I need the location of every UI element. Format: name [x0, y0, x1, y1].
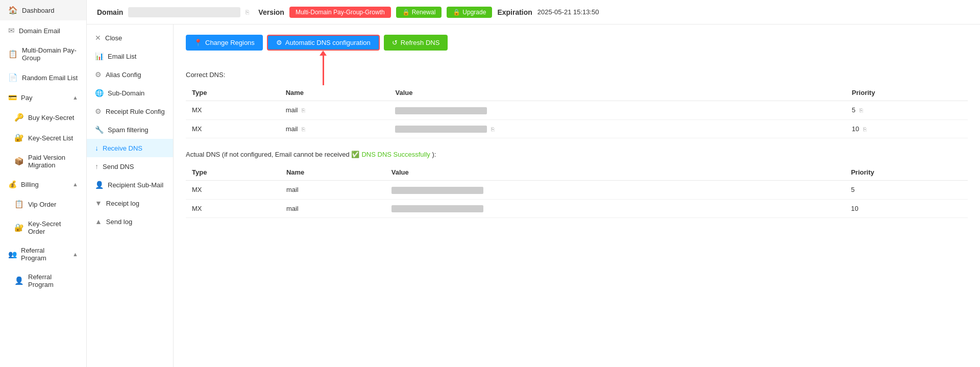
sidebar-item-label: Multi-Domain Pay-Group [22, 46, 78, 62]
sidebar-section-billing[interactable]: 💰 Billing ▲ [0, 175, 86, 194]
correct-dns-title: Correct DNS: [186, 71, 968, 79]
sidebar-section-referral[interactable]: 👥 Referral Program ▲ [0, 241, 86, 267]
sub-nav-email-list[interactable]: 📊 Email List [87, 47, 173, 65]
multi-domain-icon: 📋 [8, 50, 18, 59]
correct-dns-section: Correct DNS: Type Name Value Priority MX [186, 71, 968, 138]
sub-nav-label: Alias Config [106, 71, 141, 79]
domain-label: Domain [97, 8, 123, 16]
sub-nav-recipient-sub-mail[interactable]: 👤 Recipient Sub-Mail [87, 176, 173, 194]
chart-icon: 📊 [95, 52, 104, 60]
pay-chevron-icon: ▲ [72, 94, 78, 101]
key-list-icon: 🔐 [14, 133, 24, 142]
sub-nav-send-dns[interactable]: ↑ Send DNS [87, 157, 173, 176]
sub-nav-label: Close [105, 34, 122, 42]
row-value: ⎘ [389, 119, 845, 138]
renewal-label: Renewal [412, 9, 436, 16]
sidebar-item-paid-version-migration[interactable]: 📦 Paid Version Migration [0, 148, 86, 175]
row-priority: 5 ⎘ [846, 101, 968, 120]
sub-nav-label: Receive DNS [103, 144, 142, 152]
blurred-value [391, 205, 483, 212]
copy-priority-icon[interactable]: ⎘ [860, 107, 863, 113]
upgrade-button[interactable]: 🔒 Upgrade [447, 7, 492, 18]
sidebar-item-vip-order[interactable]: 📋 Vip Order [0, 194, 86, 214]
renewal-button[interactable]: 🔒 Renewal [396, 7, 442, 18]
sidebar-item-label: Dashboard [22, 7, 55, 14]
copy-name-icon[interactable]: ⎘ [302, 107, 305, 113]
table-row: MX mail 5 [186, 181, 968, 200]
row-type: MX [186, 181, 280, 200]
sidebar-item-key-secret-list[interactable]: 🔐 Key-Secret List [0, 128, 86, 148]
red-arrow-annotation [320, 51, 327, 85]
sub-nav-label: Email List [108, 53, 136, 60]
blurred-value [391, 187, 483, 194]
row-priority: 10 ⎘ [846, 119, 968, 138]
copy-value-icon[interactable]: ⎘ [491, 126, 495, 132]
sub-nav-label: Recipient Sub-Mail [108, 181, 163, 189]
email-icon: ✉ [8, 26, 15, 35]
copy-domain-icon[interactable]: ⎘ [246, 9, 249, 16]
row-type: MX [186, 119, 280, 138]
sub-nav-spam-filtering[interactable]: 🔧 Spam filtering [87, 120, 173, 139]
refresh-dns-label: Refresh DNS [401, 39, 440, 46]
send-dns-icon: ↑ [95, 162, 99, 170]
correct-dns-table: Type Name Value Priority MX mail ⎘ 5 ⎘ [186, 85, 968, 138]
sidebar-item-key-secret-order[interactable]: 🔐 Key-Secret Order [0, 214, 86, 241]
sub-nav-close[interactable]: ✕ Close [87, 29, 173, 47]
sub-nav-label: Receipt log [106, 200, 139, 207]
actual-dns-title-suffix: ): [432, 151, 436, 158]
sidebar-item-random-email[interactable]: 📄 Random Email List [0, 67, 86, 88]
sidebar-item-label: Vip Order [28, 201, 56, 208]
sidebar-item-label: Referral Program [28, 273, 78, 288]
sidebar-item-multi-domain[interactable]: 📋 Multi-Domain Pay-Group [0, 41, 86, 67]
domain-value [128, 7, 240, 17]
sub-nav-label: Spam filtering [108, 126, 148, 134]
col-name-header: Name [280, 85, 389, 101]
sidebar-item-dashboard[interactable]: 🏠 Dashboard [0, 0, 86, 20]
sub-nav-sub-domain[interactable]: 🌐 Sub-Domain [87, 84, 173, 102]
sidebar-item-label: Key-Secret List [28, 134, 73, 142]
actual-dns-title: Actual DNS (if not configured, Email can… [186, 151, 968, 158]
refresh-dns-button[interactable]: ↺ Refresh DNS [384, 35, 448, 51]
recipient-icon: 👤 [95, 181, 104, 189]
lock-icon: 🔒 [402, 9, 410, 16]
key-order-icon: 🔐 [14, 223, 24, 232]
dashboard-icon: 🏠 [8, 6, 18, 15]
blurred-value [395, 126, 487, 133]
sidebar-item-buy-key-secret[interactable]: 🔑 Buy Key-Secret [0, 107, 86, 128]
migration-icon: 📦 [14, 157, 24, 166]
actual-dns-title-text: Actual DNS (if not configured, Email can… [186, 151, 350, 158]
sidebar-section-label: Referral Program [21, 247, 68, 262]
change-regions-label: Change Regions [205, 39, 255, 46]
checkmark-icon: ✅ [351, 151, 359, 158]
sidebar-item-domain-email[interactable]: ✉ Domain Email [0, 20, 86, 41]
upgrade-label: Upgrade [462, 9, 486, 16]
col-type-header: Type [186, 85, 280, 101]
version-button[interactable]: Multi-Domain Pay-Group-Growth [289, 7, 391, 18]
expiration-value: 2025-05-21 15:13:50 [537, 8, 599, 16]
sidebar-item-label: Random Email List [22, 74, 78, 82]
sub-nav-send-log[interactable]: ▲ Send log [87, 212, 173, 231]
arrow-spacer [186, 61, 968, 71]
sidebar-item-referral-program[interactable]: 👤 Referral Program [0, 267, 86, 294]
change-regions-button[interactable]: 📍 Change Regions [186, 35, 263, 51]
sidebar-item-label: Paid Version Migration [28, 154, 78, 169]
sub-nav-receipt-log[interactable]: ▼ Receipt log [87, 194, 173, 212]
actual-dns-section: Actual DNS (if not configured, Email can… [186, 151, 968, 218]
expiration-label: Expiration [497, 8, 532, 16]
referral-chevron-icon: ▲ [72, 251, 78, 257]
sub-nav-label: Sub-Domain [108, 89, 144, 97]
sub-navigation: ✕ Close 📊 Email List ⚙ Alias Config 🌐 Su… [87, 25, 174, 367]
auto-dns-label: Automatic DNS configuration [285, 39, 371, 46]
copy-name-icon[interactable]: ⎘ [302, 126, 305, 132]
copy-priority-icon[interactable]: ⎘ [863, 126, 867, 132]
sub-nav-receive-dns[interactable]: ↓ Receive DNS [87, 139, 173, 157]
sub-nav-alias-config[interactable]: ⚙ Alias Config [87, 65, 173, 84]
sidebar-section-pay[interactable]: 💳 Pay ▲ [0, 88, 86, 107]
send-log-icon: ▲ [95, 217, 102, 226]
row-value [385, 199, 845, 218]
auto-dns-button[interactable]: ⚙ Automatic DNS configuration [267, 35, 380, 51]
version-label: Version [258, 8, 284, 16]
sub-nav-receipt-rule-config[interactable]: ⚙ Receipt Rule Config [87, 102, 173, 120]
referral-icon: 👥 [8, 250, 17, 258]
random-email-icon: 📄 [8, 73, 18, 82]
